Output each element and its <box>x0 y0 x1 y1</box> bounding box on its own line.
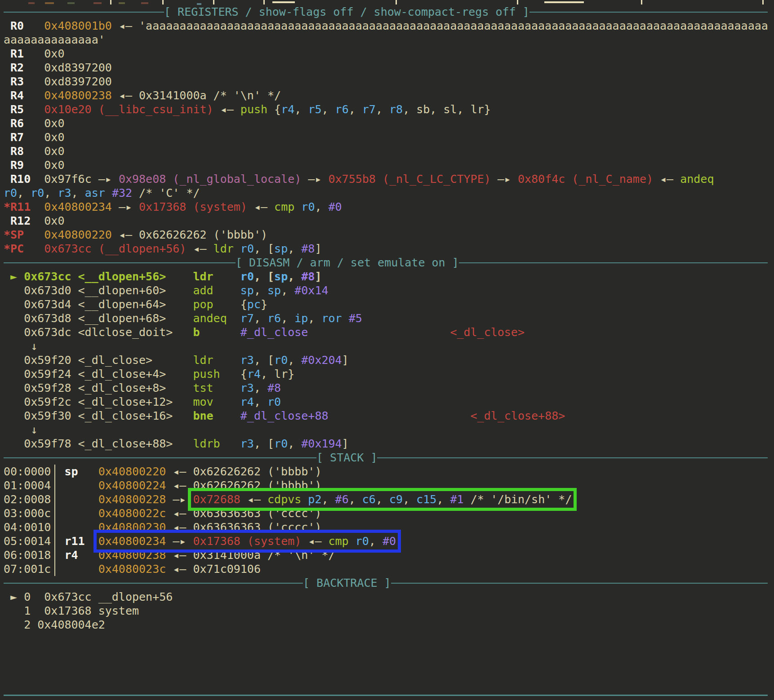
text-segment: , <box>315 200 328 213</box>
text-segment: pc <box>247 298 261 311</box>
register-line: R5 0x10e20 (__libc_csu_init) ◂— push {r4… <box>4 102 774 116</box>
text-segment: r11 <box>64 535 85 548</box>
text-segment: r0 <box>301 200 315 213</box>
register-line: R8 0x0 <box>4 144 774 158</box>
text-segment <box>214 381 240 394</box>
header-rule <box>377 457 768 458</box>
text-segment: #0 <box>329 200 342 213</box>
text-segment: r0 <box>4 186 17 199</box>
text-segment: b <box>193 326 200 339</box>
clipped-glyph-fragment <box>517 0 518 4</box>
text-segment: R5 <box>4 103 24 116</box>
text-segment: ldr <box>214 242 234 255</box>
clipped-glyph-fragment <box>93 2 102 4</box>
text-segment: , <box>349 103 362 116</box>
text-segment: 0x40800228 <box>98 493 166 506</box>
text-segment: r0 <box>240 270 254 283</box>
text-segment: 06:0018 <box>4 549 64 562</box>
clipped-glyph-fragment <box>641 0 642 4</box>
text-segment: ↓ <box>4 340 37 353</box>
stack-line: 02:0008 0x40800228 —▸ 0x72688 ◂— cdpvs p… <box>4 492 774 506</box>
text-segment: #0x194 <box>301 437 342 450</box>
register-line: *PC 0x673cc (__dlopen+56) ◂— ldr r0, [sp… <box>4 242 774 256</box>
text-segment: ] <box>342 437 349 450</box>
text-segment: 0x97f6c —▸ <box>31 173 119 186</box>
text-segment: , <box>281 284 294 297</box>
text-segment: #_dl_close <box>240 326 308 339</box>
text-segment <box>214 270 240 283</box>
clipped-glyph-fragment <box>28 2 35 4</box>
text-segment: 2 0x408004e2 <box>4 618 105 631</box>
text-segment: , <box>288 270 301 283</box>
disasm-line: 0x59f78 <_dl_close+88> ldrb r3, [r0, #0x… <box>4 437 774 451</box>
register-line: *SP 0x40800220 ◂— 0x62626262 ('bbbb') <box>4 228 774 242</box>
disasm-header: [ DISASM / arm / set emulate on ] <box>4 256 774 270</box>
register-line: R6 0x0 <box>4 116 774 130</box>
text-segment: 0x59f28 <_dl_close+8> <box>4 381 193 394</box>
text-segment <box>31 200 44 213</box>
text-segment: ◂— <box>653 173 680 186</box>
text-segment: ↓ <box>4 423 37 436</box>
text-segment: R9 <box>4 159 24 172</box>
text-segment: sp <box>274 242 288 255</box>
stack-line: 01:0004 0x40800224 ◂— 0x62626262 ('bbbb'… <box>4 478 774 492</box>
text-segment: 0x59f2c <_dl_close+12> <box>4 395 193 408</box>
text-segment: 0x40800238 <box>98 549 166 562</box>
text-segment: push <box>240 103 267 116</box>
text-segment: 0x40800230 <box>98 521 166 534</box>
text-segment: ◂— 0x63636363 ('cccc') <box>166 507 321 520</box>
stack-divider-bar <box>54 465 55 576</box>
text-segment: cmp <box>329 535 349 548</box>
text-segment: ◂— 'aaaaaaaaaaaaaaaaaaaaaaaaaaaaaaaaaaaa… <box>112 19 768 32</box>
text-segment: , <box>288 242 301 255</box>
text-segment: 0x72688 <box>193 493 240 506</box>
text-segment: cmp <box>274 200 294 213</box>
text-segment: p2 <box>308 493 321 506</box>
text-segment: r4 <box>64 549 78 562</box>
text-segment: 05:0014 <box>4 535 64 548</box>
text-segment <box>78 549 98 562</box>
text-segment: pop <box>193 298 213 311</box>
text-segment <box>227 312 240 325</box>
text-segment: ◂— <box>240 493 267 506</box>
text-segment: —▸ <box>166 493 193 506</box>
header-rule <box>459 262 768 263</box>
text-segment <box>105 186 112 199</box>
register-line: R4 0x40800238 ◂— 0x3141000a /* '\n' */ <box>4 89 774 102</box>
register-line: R12 0x0 <box>4 214 774 228</box>
text-segment: ] <box>315 270 321 283</box>
text-segment: , <box>321 103 335 116</box>
clipped-glyph-fragment <box>141 2 148 4</box>
text-segment: <_dl_close+88> <box>471 409 565 422</box>
text-segment: 04:0010 <box>4 521 98 534</box>
text-segment: r3 <box>58 186 71 199</box>
text-segment: sp <box>267 284 281 297</box>
text-segment: *SP <box>4 228 24 241</box>
text-segment: add <box>193 284 213 297</box>
text-segment: #6 <box>335 493 349 506</box>
text-segment: 0x673d8 <__dlopen+68> <box>4 312 193 325</box>
text-segment: r6 <box>335 103 349 116</box>
text-segment <box>308 326 450 339</box>
text-segment: ◂— 0x62626262 ('bbbb') <box>166 479 321 492</box>
registers-header: [ REGISTERS / show-flags off / show-comp… <box>4 5 774 19</box>
text-segment: , <box>349 493 362 506</box>
text-segment: 0x10e20 (__libc_csu_init) <box>44 103 213 116</box>
text-segment: R0 <box>4 19 24 32</box>
text-segment: ◂— <box>301 535 328 548</box>
register-line: R3 0xd8397200 <box>4 75 774 89</box>
text-segment: , [ <box>254 270 274 283</box>
text-segment: , <box>436 493 450 506</box>
text-segment <box>294 200 301 213</box>
header-rule <box>4 12 164 13</box>
text-segment <box>24 228 44 241</box>
text-segment <box>166 270 193 283</box>
text-segment: ◂— <box>186 242 213 255</box>
empty-prompt-area <box>4 632 774 695</box>
stack-line: 03:000c 0x4080022c ◂— 0x63636363 ('cccc'… <box>4 506 774 520</box>
clipped-glyph-fragment <box>762 0 764 4</box>
disasm-line: 0x59f24 <_dl_close+4> push {r4, lr} <box>4 367 774 381</box>
bottom-separator <box>4 695 768 696</box>
text-segment: ► 0x673cc <__dlopen+56> <box>4 270 166 283</box>
text-segment: —▸ <box>166 535 193 548</box>
